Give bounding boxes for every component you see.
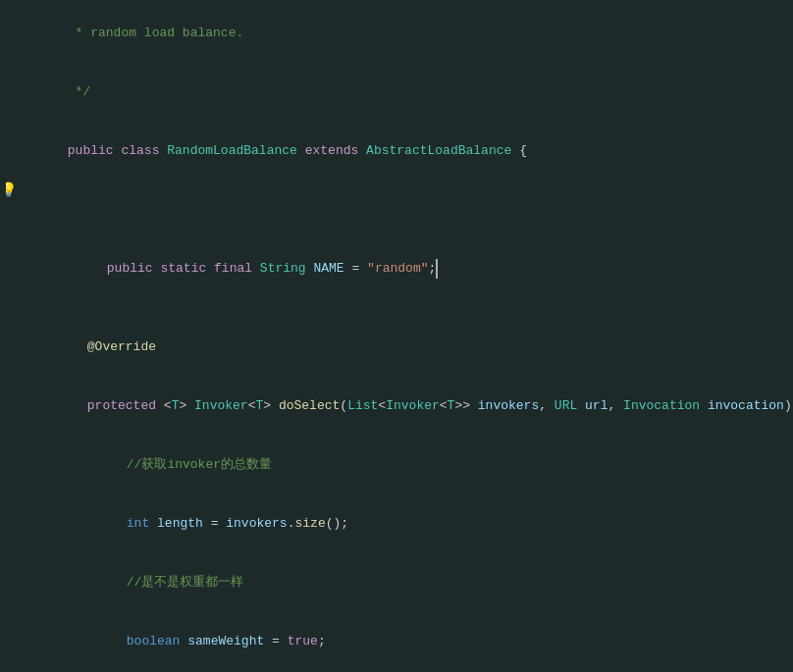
code-line: protected <T> Invoker<T> doSelect(List<I…	[0, 377, 793, 436]
code-line: int length = invokers.size();	[0, 494, 793, 553]
line-content: * random load balance.	[18, 4, 793, 63]
line-content	[18, 181, 793, 239]
code-line: boolean sameWeight = true;	[0, 612, 793, 671]
line-content: public static final String NAME = "rando…	[18, 239, 793, 298]
code-line: //是不是权重都一样	[0, 553, 793, 612]
line-content: //是不是权重都一样	[18, 553, 793, 612]
code-line: * random load balance.	[0, 4, 793, 63]
code-line: @Override	[0, 318, 793, 377]
line-content: boolean sameWeight = true;	[18, 612, 793, 671]
code-editor: * random load balance. */ public class R…	[0, 0, 793, 672]
line-content: */	[18, 63, 793, 122]
line-content: public class RandomLoadBalance extends A…	[18, 122, 793, 181]
code-line: public class RandomLoadBalance extends A…	[0, 122, 793, 181]
line-content: //获取invoker的总数量	[18, 436, 793, 494]
line-content: protected <T> Invoker<T> doSelect(List<I…	[18, 377, 793, 436]
code-line	[0, 298, 793, 318]
code-line: public static final String NAME = "rando…	[0, 239, 793, 298]
line-content: @Override	[18, 318, 793, 377]
line-content: int length = invokers.size();	[18, 494, 793, 553]
code-line: //获取invoker的总数量	[0, 436, 793, 494]
code-line: */	[0, 63, 793, 122]
code-line: 💡	[0, 181, 793, 239]
